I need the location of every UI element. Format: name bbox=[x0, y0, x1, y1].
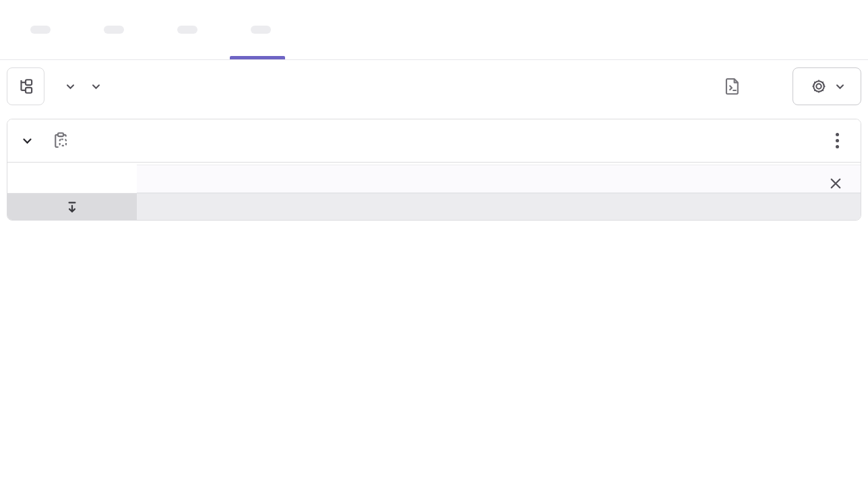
diff-table bbox=[7, 163, 861, 220]
compare-versions-text bbox=[55, 84, 100, 90]
mr-tab-bar bbox=[0, 0, 868, 60]
tab-changes[interactable] bbox=[230, 0, 285, 59]
expand-down-icon bbox=[65, 200, 80, 215]
diff-file-header bbox=[7, 119, 861, 163]
doc-code-icon bbox=[724, 78, 741, 95]
expand-lines-row bbox=[7, 193, 861, 220]
tab-count-badge bbox=[251, 26, 271, 34]
diff-file-card bbox=[7, 119, 861, 221]
file-tree-toggle-button[interactable] bbox=[7, 67, 44, 105]
tab-count-badge bbox=[30, 26, 51, 34]
collapse-file-chevron-icon[interactable] bbox=[22, 138, 31, 144]
gutter-blank bbox=[7, 165, 137, 193]
target-version-dropdown[interactable] bbox=[87, 84, 100, 90]
chevron-down-icon bbox=[92, 84, 100, 90]
tab-count-badge bbox=[177, 26, 197, 34]
file-tree-icon bbox=[17, 78, 34, 95]
close-icon bbox=[829, 177, 842, 190]
source-branch-dropdown[interactable] bbox=[61, 84, 75, 90]
copy-to-clipboard-icon[interactable] bbox=[53, 132, 69, 150]
compare-bar bbox=[0, 60, 868, 113]
gear-icon bbox=[810, 78, 828, 95]
kebab-menu-icon[interactable] bbox=[829, 127, 846, 154]
tab-commits[interactable] bbox=[83, 0, 138, 59]
expand-row-filler bbox=[137, 194, 861, 220]
tab-count-badge bbox=[104, 26, 124, 34]
close-findings-button[interactable] bbox=[827, 175, 844, 192]
chevron-down-icon bbox=[836, 84, 844, 90]
code-quality-findings-panel bbox=[137, 165, 861, 193]
tab-pipelines[interactable] bbox=[156, 0, 212, 59]
diff-settings-button[interactable] bbox=[793, 67, 861, 105]
changed-files-summary bbox=[724, 78, 747, 95]
expand-down-button[interactable] bbox=[7, 194, 137, 220]
chevron-down-icon bbox=[66, 84, 75, 90]
code-quality-findings-row bbox=[7, 165, 861, 193]
tab-overview[interactable] bbox=[9, 0, 65, 59]
